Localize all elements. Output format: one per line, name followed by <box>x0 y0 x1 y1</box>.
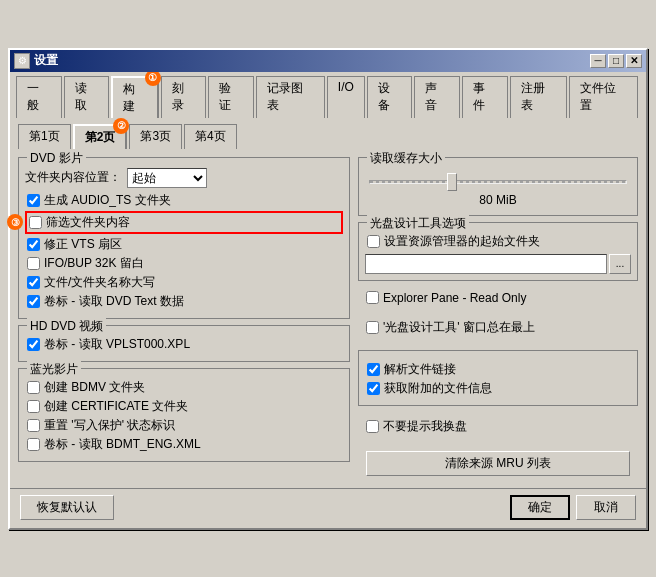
hddvd-cb-1[interactable] <box>27 338 40 351</box>
bluray-cb-label-3: 重置 '写入保护' 状态标识 <box>44 417 175 434</box>
clear-mru-container: 清除来源 MRU 列表 <box>358 451 638 476</box>
badge-3: ③ <box>7 214 23 230</box>
explorer-pane-checkbox[interactable] <box>366 291 379 304</box>
bluray-cb-label-2: 创建 CERTIFICATE 文件夹 <box>44 398 188 415</box>
ok-button[interactable]: 确定 <box>510 495 570 520</box>
title-bar: ⚙ 设置 ─ □ ✕ <box>10 50 646 72</box>
hddvd-checkbox-1: 卷标 - 读取 VPLST000.XPL <box>25 336 343 353</box>
dvd-group-title: DVD 影片 <box>27 150 86 167</box>
dvd-cb-label-6: 卷标 - 读取 DVD Text 数据 <box>44 293 184 310</box>
window-ontop-label: '光盘设计工具' 窗口总在最上 <box>383 319 535 336</box>
right-panel: 读取缓存大小 80 MiB 光盘设计工具选项 设置资源管理器的起始文件夹 .. <box>358 157 638 476</box>
dvd-cb-3[interactable] <box>27 238 40 251</box>
disc-design-cb-1[interactable] <box>367 235 380 248</box>
bluray-cb-label-1: 创建 BDMV 文件夹 <box>44 379 145 396</box>
extra-info-row: 获取附加的文件信息 <box>365 380 631 397</box>
disc-design-path-input[interactable] <box>365 254 607 274</box>
sub-tab-3[interactable]: 第3页 <box>129 124 182 149</box>
dvd-cb-6[interactable] <box>27 295 40 308</box>
dvd-cb-1[interactable] <box>27 194 40 207</box>
badge-2: ② <box>113 118 129 134</box>
parse-links-row: 解析文件链接 <box>365 361 631 378</box>
sub-tab-4[interactable]: 第4页 <box>184 124 237 149</box>
maximize-button[interactable]: □ <box>608 54 624 68</box>
dvd-checkbox-1: 生成 AUDIO_TS 文件夹 <box>25 192 343 209</box>
link-group-content: 解析文件链接 获取附加的文件信息 <box>365 361 631 397</box>
window-icon: ⚙ <box>14 53 30 69</box>
close-button[interactable]: ✕ <box>626 54 642 68</box>
no-swap-row: 不要提示我换盘 <box>358 416 638 437</box>
dvd-cb-5[interactable] <box>27 276 40 289</box>
dvd-checkbox-3: 修正 VTS 扇区 <box>25 236 343 253</box>
tab-charts[interactable]: 记录图表 <box>256 76 325 118</box>
tab-build[interactable]: 构建 ① <box>111 76 159 119</box>
bluray-cb-3[interactable] <box>27 419 40 432</box>
dvd-checkbox-4: IFO/BUP 32K 留白 <box>25 255 343 272</box>
dvd-cb-4[interactable] <box>27 257 40 270</box>
window-title: 设置 <box>34 52 58 69</box>
tab-registry[interactable]: 注册表 <box>510 76 567 118</box>
tab-verify[interactable]: 验证 <box>208 76 254 118</box>
parse-links-checkbox[interactable] <box>367 363 380 376</box>
restore-defaults-button[interactable]: 恢复默认认 <box>20 495 114 520</box>
tab-file-location[interactable]: 文件位置 <box>569 76 638 118</box>
tab-general[interactable]: 一般 <box>16 76 62 118</box>
bluray-checkbox-1: 创建 BDMV 文件夹 <box>25 379 343 396</box>
bottom-right-buttons: 确定 取消 <box>510 495 636 520</box>
dvd-checkbox-6: 卷标 - 读取 DVD Text 数据 <box>25 293 343 310</box>
explorer-pane-label: Explorer Pane - Read Only <box>383 291 526 305</box>
bluray-checkbox-3: 重置 '写入保护' 状态标识 <box>25 417 343 434</box>
window-ontop-checkbox[interactable] <box>366 321 379 334</box>
disc-design-group-title: 光盘设计工具选项 <box>367 215 469 232</box>
tab-io[interactable]: I/O <box>327 76 365 118</box>
hddvd-cb-label-1: 卷标 - 读取 VPLST000.XPL <box>44 336 190 353</box>
tab-device[interactable]: 设备 <box>367 76 413 118</box>
tab-read[interactable]: 读取 <box>64 76 110 118</box>
hddvd-group-content: 卷标 - 读取 VPLST000.XPL <box>25 336 343 353</box>
title-buttons: ─ □ ✕ <box>590 54 642 68</box>
badge-1: ① <box>145 72 161 86</box>
dvd-cb-label-4: IFO/BUP 32K 留白 <box>44 255 144 272</box>
link-group: 解析文件链接 获取附加的文件信息 <box>358 350 638 406</box>
bluray-group-title: 蓝光影片 <box>27 361 81 378</box>
bluray-group-content: 创建 BDMV 文件夹 创建 CERTIFICATE 文件夹 重置 '写入保护'… <box>25 379 343 453</box>
folder-select[interactable]: 起始 <box>127 168 207 188</box>
bluray-cb-1[interactable] <box>27 381 40 394</box>
sub-tab-1[interactable]: 第1页 <box>18 124 71 149</box>
main-tab-bar: 一般 读取 构建 ① 刻录 验证 记录图表 I/O 设备 声音 事件 注册表 文… <box>10 72 646 120</box>
cache-slider[interactable] <box>369 174 627 190</box>
disc-design-checkbox-1: 设置资源管理器的起始文件夹 <box>365 233 631 250</box>
dvd-cb-label-5: 文件/文件夹名称大写 <box>44 274 155 291</box>
dvd-group: DVD 影片 文件夹内容位置： 起始 生成 AUDIO_TS 文件夹 <box>18 157 350 319</box>
disc-design-input-row: ... <box>365 254 631 274</box>
tab-sound[interactable]: 声音 <box>414 76 460 118</box>
explorer-pane-row: Explorer Pane - Read Only <box>358 289 638 307</box>
title-bar-left: ⚙ 设置 <box>14 52 58 69</box>
bluray-cb-2[interactable] <box>27 400 40 413</box>
cache-group-content: 80 MiB <box>365 168 631 209</box>
cache-slider-label: 80 MiB <box>369 193 627 207</box>
disc-design-content: 设置资源管理器的起始文件夹 ... <box>365 233 631 274</box>
settings-window: ⚙ 设置 ─ □ ✕ 一般 读取 构建 ① 刻录 验证 记录图表 I/O 设备 … <box>8 48 648 530</box>
tab-content: DVD 影片 文件夹内容位置： 起始 生成 AUDIO_TS 文件夹 <box>10 149 646 484</box>
clear-mru-button[interactable]: 清除来源 MRU 列表 <box>366 451 630 476</box>
dvd-cb-2[interactable] <box>29 216 42 229</box>
extra-info-checkbox[interactable] <box>367 382 380 395</box>
sub-tab-2[interactable]: 第2页 ② <box>73 124 128 149</box>
hddvd-group: HD DVD 视频 卷标 - 读取 VPLST000.XPL <box>18 325 350 362</box>
dvd-checkbox-5: 文件/文件夹名称大写 <box>25 274 343 291</box>
extra-info-label: 获取附加的文件信息 <box>384 380 492 397</box>
no-swap-checkbox[interactable] <box>366 420 379 433</box>
cancel-button[interactable]: 取消 <box>576 495 636 520</box>
disc-design-group: 光盘设计工具选项 设置资源管理器的起始文件夹 ... <box>358 222 638 281</box>
bluray-group: 蓝光影片 创建 BDMV 文件夹 创建 CERTIFICATE 文件夹 重置 '… <box>18 368 350 462</box>
tab-burn[interactable]: 刻录 <box>161 76 207 118</box>
no-swap-label: 不要提示我换盘 <box>383 418 467 435</box>
bluray-cb-4[interactable] <box>27 438 40 451</box>
minimize-button[interactable]: ─ <box>590 54 606 68</box>
left-panel: DVD 影片 文件夹内容位置： 起始 生成 AUDIO_TS 文件夹 <box>18 157 350 476</box>
browse-button[interactable]: ... <box>609 254 631 274</box>
tab-event[interactable]: 事件 <box>462 76 508 118</box>
bottom-bar: 恢复默认认 确定 取消 <box>10 488 646 528</box>
bluray-cb-label-4: 卷标 - 读取 BDMT_ENG.XML <box>44 436 201 453</box>
